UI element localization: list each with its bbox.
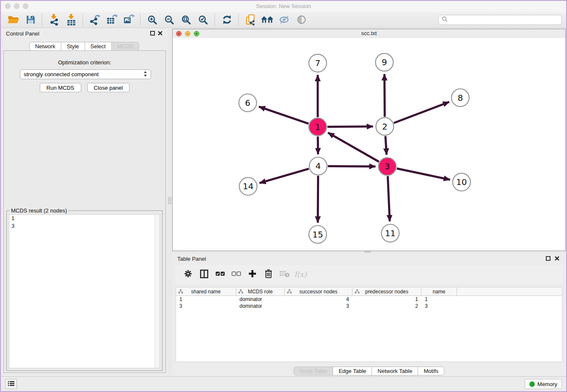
minimize-window-button[interactable] [14,3,19,9]
gear-button[interactable] [182,268,194,281]
graph-node-2[interactable]: 2 [376,118,394,135]
table-panel: Table Panel f(x) shared nameMCDS rolesuc… [172,253,566,377]
edge-4-15[interactable] [318,176,318,223]
add-button[interactable] [246,268,259,281]
cell-successor-nodes: 4 [285,296,352,303]
search-icon [442,16,448,24]
column-header-shared-name[interactable]: shared name [176,287,236,295]
import-table-button[interactable] [63,13,80,27]
close-window-button[interactable] [5,3,11,9]
deselect-all-button[interactable] [230,268,242,281]
edge-1-2[interactable] [328,127,373,127]
result-scrollbar[interactable] [154,215,160,368]
zoom-out-button[interactable] [161,13,178,27]
cell-name: 3 [421,303,457,309]
graph-node-7[interactable]: 7 [309,54,327,72]
minimize-view-button[interactable]: − [185,31,190,36]
tab-network[interactable]: Network [29,42,61,51]
mcds-result-area: 13 [9,214,160,368]
zoom-fit-button[interactable] [178,13,195,27]
graph-node-3[interactable]: 3 [378,157,396,175]
close-panel-icon[interactable] [157,30,163,36]
edge-3-11[interactable] [388,176,390,221]
graph-node-15[interactable]: 15 [309,226,327,243]
svg-text:6: 6 [245,98,250,108]
edge-2-3[interactable] [385,136,387,155]
export-image-button[interactable] [120,13,137,27]
toolbar-separator [238,14,239,26]
run-mcds-button[interactable]: Run MCDS [40,83,81,92]
close-panel-icon[interactable] [554,256,560,261]
trash-button[interactable] [262,268,275,281]
zoom-out-icon [164,15,174,25]
export-table-button[interactable] [103,13,120,27]
edge-1-6[interactable] [259,107,308,124]
splitter-handle[interactable] [168,197,171,204]
home-button[interactable] [259,13,276,27]
graph-node-11[interactable]: 11 [381,224,399,242]
contrast-icon [297,15,306,25]
tab-node-table[interactable]: Node Table [294,367,333,375]
close-view-button[interactable]: × [176,31,182,36]
import-network-button[interactable] [46,13,63,27]
import-network-icon [49,14,60,26]
status-bar: Memory [1,376,566,391]
open-folder-button[interactable] [5,13,22,27]
hide-panels-button[interactable] [276,13,293,27]
edge-4-14[interactable] [259,169,309,183]
select-all-button[interactable] [214,268,226,281]
graph-node-8[interactable]: 8 [451,89,469,107]
splitter-handle[interactable] [365,251,371,253]
zoom-selected-icon [198,15,208,25]
edge-2-9[interactable] [385,74,385,117]
refresh-button[interactable] [218,13,235,27]
edge-3-1[interactable] [328,133,379,162]
edge-3-10[interactable] [397,168,450,179]
memory-button[interactable]: Memory [525,379,562,389]
graph-node-10[interactable]: 10 [453,173,471,191]
clone-network-button[interactable] [242,13,259,27]
vertical-splitter[interactable] [168,28,172,377]
edge-4-3[interactable] [328,166,376,166]
graph-node-9[interactable]: 9 [375,53,393,71]
maximize-view-button[interactable]: + [194,31,199,36]
maximize-window-button[interactable] [23,3,28,9]
zoom-in-button[interactable] [144,13,161,27]
tab-mcds[interactable]: MCDS [111,42,139,51]
tab-select[interactable]: Select [85,42,112,51]
tab-edge-table[interactable]: Edge Table [333,367,372,375]
graph-node-14[interactable]: 14 [239,177,257,195]
gear-icon [184,269,193,279]
float-panel-icon[interactable] [546,256,550,261]
zoom-selected-button[interactable] [195,13,212,27]
column-header-predecessor-nodes[interactable]: predecessor nodes [352,287,421,295]
criterion-dropdown[interactable]: strongly connected component [20,69,151,79]
tab-motifs[interactable]: Motifs [418,367,444,375]
save-button[interactable] [22,13,39,27]
export-table-icon [106,14,118,25]
column-header-mcds-role[interactable]: MCDS role [236,287,285,295]
contrast-button[interactable] [293,13,310,27]
svg-text:8: 8 [457,93,463,103]
graph-node-1[interactable]: 1 [309,118,327,136]
graph-node-6[interactable]: 6 [239,94,256,112]
column-header-successor-nodes[interactable]: successor nodes [285,287,352,295]
task-history-button[interactable] [5,379,17,389]
columns-button[interactable] [198,268,210,281]
toolbar-separator [42,14,43,26]
network-canvas[interactable]: 7968124314101511 [173,38,565,251]
trash-icon [264,269,272,280]
column-header-name[interactable]: name [421,287,457,295]
close-panel-button[interactable]: Close panel [87,83,130,92]
search-box[interactable] [438,15,562,25]
tab-style[interactable]: Style [61,42,85,51]
export-network-button[interactable] [86,13,103,27]
control-panel-tabs: NetworkStyleSelectMCDS [1,42,168,51]
tab-network-table[interactable]: Network Table [372,367,418,375]
edge-2-8[interactable] [394,102,449,123]
search-input[interactable] [450,16,559,23]
graph-node-4[interactable]: 4 [309,157,327,175]
float-panel-icon[interactable] [150,31,155,36]
table-row[interactable]: 3dominator323 [176,303,562,309]
table-row[interactable]: 1dominator411 [176,296,562,303]
